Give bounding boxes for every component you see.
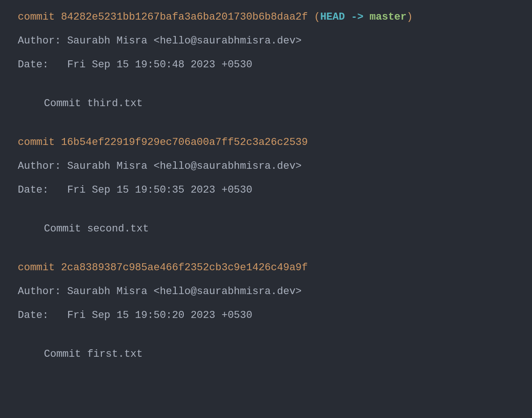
commit-entry: commit 2ca8389387c985ae466f2352cb3c9e142… <box>18 260 514 362</box>
branch-ref: master <box>370 11 407 23</box>
date-label: Date: <box>18 184 67 196</box>
date-value: Fri Sep 15 19:50:48 2023 +0530 <box>67 59 252 71</box>
date-label: Date: <box>18 310 67 321</box>
commit-date-line: Date: Fri Sep 15 19:50:48 2023 +0530 <box>18 57 514 72</box>
commit-hash: 2ca8389387c985ae466f2352cb3c9e1426c49a9f <box>61 262 308 274</box>
commit-keyword: commit <box>18 11 55 23</box>
commit-keyword: commit <box>18 137 55 148</box>
author-value: Saurabh Misra <hello@saurabhmisra.dev> <box>67 286 302 297</box>
date-label: Date: <box>18 59 67 71</box>
author-label: Author: <box>18 35 67 47</box>
git-log-output: commit 84282e5231bb1267bafa3a6ba201730b6… <box>18 9 514 362</box>
commit-hash-line: commit 16b54ef22919f929ec706a00a7ff52c3a… <box>18 135 514 150</box>
commit-author-line: Author: Saurabh Misra <hello@saurabhmisr… <box>18 159 514 174</box>
author-label: Author: <box>18 286 67 297</box>
commit-author-line: Author: Saurabh Misra <hello@saurabhmisr… <box>18 284 514 299</box>
commit-keyword: commit <box>18 262 55 274</box>
commit-message: Commit second.txt <box>18 221 514 237</box>
date-value: Fri Sep 15 19:50:35 2023 +0530 <box>67 184 252 196</box>
commit-hash: 84282e5231bb1267bafa3a6ba201730b6b8daa2f <box>61 11 308 23</box>
ref-close-paren: ) <box>407 11 413 23</box>
commit-date-line: Date: Fri Sep 15 19:50:35 2023 +0530 <box>18 182 514 198</box>
ref-arrow: -> <box>345 11 370 23</box>
commit-hash-line: commit 2ca8389387c985ae466f2352cb3c9e142… <box>18 260 514 275</box>
author-value: Saurabh Misra <hello@saurabhmisra.dev> <box>67 160 302 172</box>
author-value: Saurabh Misra <hello@saurabhmisra.dev> <box>67 35 302 47</box>
commit-message: Commit third.txt <box>18 96 514 111</box>
date-value: Fri Sep 15 19:50:20 2023 +0530 <box>67 310 252 321</box>
commit-message: Commit first.txt <box>18 346 514 362</box>
author-label: Author: <box>18 160 67 172</box>
head-ref: HEAD <box>320 11 345 23</box>
commit-author-line: Author: Saurabh Misra <hello@saurabhmisr… <box>18 33 514 49</box>
commit-date-line: Date: Fri Sep 15 19:50:20 2023 +0530 <box>18 308 514 323</box>
ref-open-paren: ( <box>308 11 320 23</box>
commit-entry: commit 84282e5231bb1267bafa3a6ba201730b6… <box>18 9 514 111</box>
commit-hash: 16b54ef22919f929ec706a00a7ff52c3a26c2539 <box>61 137 308 148</box>
commit-hash-line: commit 84282e5231bb1267bafa3a6ba201730b6… <box>18 9 514 25</box>
commit-entry: commit 16b54ef22919f929ec706a00a7ff52c3a… <box>18 135 514 237</box>
